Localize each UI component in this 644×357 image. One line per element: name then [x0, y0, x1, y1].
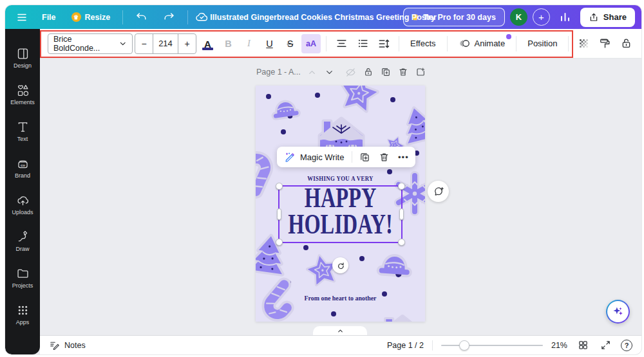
menu-icon [16, 12, 28, 23]
sidebar: Design Elements Text co Brand Uploads Dr… [5, 29, 40, 354]
sidebar-item-apps[interactable]: Apps [5, 296, 40, 333]
list-button[interactable] [353, 33, 372, 54]
magic-write-button[interactable]: Magic Write [281, 147, 348, 167]
main-menu-button[interactable] [12, 8, 32, 26]
avatar[interactable]: K [510, 8, 527, 26]
align-icon [336, 37, 348, 50]
add-comment-button[interactable] [428, 181, 449, 202]
font-size-decrease-button[interactable]: − [135, 34, 153, 53]
chart-icon [559, 11, 571, 23]
delete-element-button[interactable] [375, 149, 392, 165]
comment-add-icon [433, 186, 444, 197]
chevron-up-icon [337, 327, 344, 334]
letter-case-button[interactable]: aA [301, 34, 321, 53]
animate-button[interactable]: Animate [453, 33, 511, 54]
lock-button[interactable] [616, 33, 636, 54]
text-selection-box[interactable] [278, 185, 402, 243]
canvas-area[interactable]: Page 1 - A... [40, 59, 641, 335]
resize-button[interactable]: ♛ Resize [66, 9, 117, 25]
zoom-slider[interactable] [441, 340, 543, 351]
lock-page-button[interactable] [363, 66, 374, 78]
font-toolbar: Brice BoldConde... − 214 + A B I U S aA … [40, 29, 641, 59]
page-title-label[interactable]: Page 1 - A... [256, 68, 301, 77]
resize-handle-left[interactable] [277, 208, 281, 220]
insights-button[interactable] [555, 8, 575, 26]
sidebar-label: Apps [16, 319, 30, 325]
sidebar-item-projects[interactable]: Projects [5, 259, 40, 296]
resize-handle-bottom-left[interactable] [276, 239, 283, 246]
fullscreen-button[interactable] [598, 338, 612, 352]
separator [326, 36, 327, 51]
resize-handle-bottom-right[interactable] [398, 239, 405, 246]
sidebar-item-text[interactable]: Text [5, 113, 40, 149]
zoom-slider-track[interactable] [441, 345, 543, 347]
separator [122, 10, 123, 24]
position-button[interactable]: Position [522, 33, 563, 54]
share-label: Share [603, 12, 627, 22]
separator [568, 36, 569, 51]
italic-button[interactable]: I [240, 33, 258, 54]
collapse-panel-tab[interactable] [313, 326, 367, 335]
brand-icon: co [16, 157, 30, 170]
font-family-select[interactable]: Brice BoldConde... [48, 33, 133, 54]
font-size-input[interactable]: 214 [153, 34, 178, 53]
poster-footer-text[interactable]: From one heart to another [264, 294, 417, 302]
topbar-left-group: File ♛ Resize [12, 8, 209, 26]
bold-button[interactable]: B [219, 33, 238, 54]
list-icon [357, 37, 369, 50]
undo-button[interactable] [129, 8, 153, 26]
transparency-button[interactable] [574, 33, 593, 54]
duplicate-icon [381, 67, 391, 77]
assistant-button[interactable] [606, 300, 630, 324]
strikethrough-button[interactable]: S [281, 33, 299, 54]
grid-view-button[interactable] [576, 338, 590, 352]
notes-button[interactable]: Notes [49, 340, 86, 351]
projects-icon [16, 267, 30, 280]
font-size-increase-button[interactable]: + [178, 34, 196, 53]
zoom-slider-thumb[interactable] [459, 340, 469, 351]
file-menu-button[interactable]: File [36, 10, 62, 25]
copy-style-button[interactable] [595, 33, 614, 54]
share-button[interactable]: Share [580, 8, 635, 27]
underline-button[interactable]: U [260, 33, 279, 54]
page-controls: Page 1 - A... [256, 66, 426, 78]
more-options-button[interactable]: ••• [395, 149, 412, 165]
resize-handle-right[interactable] [399, 208, 404, 220]
context-toolbar: Magic Write ••• [277, 147, 415, 167]
sidebar-item-elements[interactable]: Elements [5, 76, 40, 113]
design-page[interactable]: WISHING YOU A VERY HAPPY HOLIDAY! From o… [256, 86, 425, 322]
effects-button[interactable]: Effects [404, 33, 442, 54]
line-spacing-button[interactable] [374, 33, 393, 54]
duplicate-element-button[interactable] [356, 149, 373, 165]
grid-view-icon [578, 340, 589, 351]
sidebar-item-draw[interactable]: Draw [5, 223, 40, 259]
magic-write-icon [285, 152, 296, 163]
redo-button[interactable] [157, 8, 181, 26]
resize-handle-top-right[interactable] [398, 183, 405, 190]
topbar-right-group: ♛ Try Pro for 30 days K + Share [403, 8, 635, 27]
sidebar-item-uploads[interactable]: Uploads [5, 186, 40, 223]
font-name-label: Brice BoldConde... [53, 35, 118, 53]
move-page-down-button[interactable] [324, 66, 336, 78]
trash-icon [379, 152, 390, 163]
rotate-icon [336, 261, 345, 270]
sidebar-item-design[interactable]: Design [5, 39, 40, 76]
add-page-button[interactable] [415, 66, 426, 78]
resize-handle-top-left[interactable] [276, 183, 283, 190]
page-indicator[interactable]: Page 1 / 2 [387, 341, 424, 350]
hide-page-button[interactable] [345, 66, 357, 78]
design-title[interactable]: Illustrated Gingerbread Cookies Christma… [210, 5, 436, 29]
duplicate-page-button[interactable] [380, 66, 392, 78]
separator [399, 36, 399, 51]
text-color-button[interactable]: A [198, 33, 217, 54]
text-align-button[interactable] [332, 33, 351, 54]
rotate-handle[interactable] [332, 257, 348, 273]
help-button[interactable]: ? [621, 340, 632, 351]
sidebar-item-brand[interactable]: co Brand [5, 149, 40, 186]
delete-page-button[interactable] [397, 66, 409, 78]
svg-text:co: co [20, 162, 24, 167]
separator [516, 36, 516, 51]
move-page-up-button[interactable] [307, 66, 318, 78]
zoom-level[interactable]: 21% [551, 341, 567, 350]
add-member-button[interactable]: + [533, 8, 550, 26]
